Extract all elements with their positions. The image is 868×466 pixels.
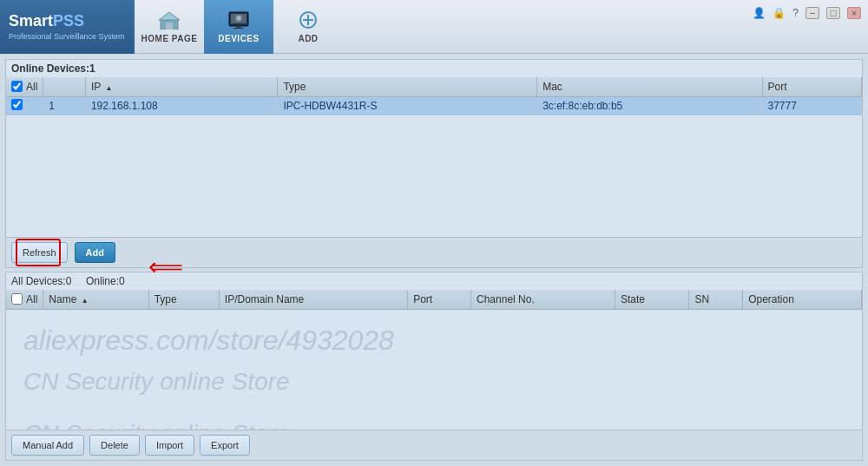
home-icon — [157, 10, 181, 30]
devices-label: DEVICES — [218, 34, 259, 43]
table-row[interactable]: 1 192.168.1.108 IPC-HDBW4431R-S 3c:ef:8c… — [6, 96, 862, 115]
name-sort-arrow: ▲ — [82, 297, 89, 305]
online-devices-table: All IP ▲ Type Mac Port — [6, 77, 862, 115]
refresh-button[interactable]: Refresh — [11, 242, 68, 263]
titlebar: SmartPSS Professional Surveillance Syste… — [0, 0, 868, 54]
all-col-type: Type — [148, 290, 219, 309]
user-icon: 👤 — [753, 7, 766, 19]
manual-add-button[interactable]: Manual Add — [11, 435, 84, 456]
col-index — [43, 77, 86, 96]
col-all-label: All — [26, 81, 37, 93]
watermark-3: CN Security online Store — [23, 420, 290, 430]
nav-home[interactable]: HOME PAGE — [135, 0, 204, 54]
all-devices-header: All Devices:0 Online:0 — [6, 272, 862, 290]
app-logo: SmartPSS Professional Surveillance Syste… — [0, 0, 135, 54]
all-devices-table-area: All Name ▲ Type IP/Domain Name Port Chan… — [6, 290, 862, 430]
help-icon[interactable]: ? — [792, 7, 799, 19]
nav-add[interactable]: ADD — [273, 0, 343, 54]
row-type: IPC-HDBW4431R-S — [278, 96, 537, 115]
select-all-devices-checkbox[interactable] — [11, 293, 23, 305]
all-col-all-label: All — [26, 293, 37, 305]
logo-subtitle: Professional Surveillance System — [9, 32, 135, 41]
col-port: Port — [762, 77, 862, 96]
col-all-checkbox[interactable]: All — [6, 77, 43, 96]
export-button[interactable]: Export — [200, 435, 250, 456]
row-mac: 3c:ef:8c:eb:db:b5 — [537, 96, 762, 115]
all-col-state: State — [615, 290, 688, 309]
row-checkbox[interactable] — [11, 99, 23, 110]
row-ip: 192.168.1.108 — [85, 96, 278, 115]
logo-text: SmartPSS — [9, 12, 135, 30]
add-icon — [296, 10, 320, 30]
all-col-port: Port — [408, 290, 471, 309]
all-col-checkbox[interactable]: All — [6, 290, 43, 309]
all-col-name[interactable]: Name ▲ — [43, 290, 148, 309]
col-ip[interactable]: IP ▲ — [85, 77, 278, 96]
row-index: 1 — [43, 96, 86, 115]
add-label: ADD — [298, 34, 318, 43]
all-actions-bar: Manual Add Delete Import Export — [6, 430, 862, 460]
online-empty-area — [6, 115, 862, 237]
svg-rect-5 — [236, 26, 241, 28]
select-all-online-checkbox[interactable] — [11, 81, 23, 92]
row-checkbox-cell[interactable] — [6, 96, 43, 115]
maximize-button[interactable]: □ — [826, 7, 840, 19]
all-devices-count: All Devices:0 — [11, 275, 71, 287]
all-col-sn: SN — [689, 290, 743, 309]
all-col-operation: Operation — [743, 290, 862, 309]
all-devices-section: All Devices:0 Online:0 All Name ▲ — [5, 272, 863, 461]
online-devices-header: Online Devices:1 — [6, 60, 862, 77]
online-devices-tbody: 1 192.168.1.108 IPC-HDBW4431R-S 3c:ef:8c… — [6, 96, 862, 115]
lock-icon: 🔒 — [773, 7, 786, 19]
main-content: Online Devices:1 All IP ▲ Type — [0, 54, 868, 466]
logo-pss: PSS — [53, 12, 84, 30]
all-col-ip: IP/Domain Name — [219, 290, 407, 309]
online-devices-table-container: All IP ▲ Type Mac Port — [6, 77, 862, 115]
online-table-header: All IP ▲ Type Mac Port — [6, 77, 862, 96]
import-button[interactable]: Import — [145, 435, 194, 456]
watermark-1: aliexpress.com/store/4932028 — [23, 325, 394, 357]
watermark-2: CN Security online Store — [23, 368, 290, 396]
add-button[interactable]: Add — [75, 242, 115, 263]
online-actions-bar: Refresh Add ⟸ — [6, 237, 862, 267]
col-mac: Mac — [537, 77, 762, 96]
add-button-container: Add ⟸ — [75, 242, 115, 263]
home-label: HOME PAGE — [141, 34, 198, 43]
titlebar-controls: 👤 🔒 ? − □ × — [753, 7, 861, 19]
all-table-header: All Name ▲ Type IP/Domain Name Port Chan… — [6, 290, 862, 309]
svg-marker-1 — [159, 12, 180, 20]
all-online-count: Online:0 — [86, 275, 125, 287]
svg-rect-6 — [233, 28, 244, 29]
online-devices-section: Online Devices:1 All IP ▲ Type — [5, 59, 863, 268]
svg-point-8 — [237, 16, 240, 20]
col-type: Type — [278, 77, 537, 96]
delete-button[interactable]: Delete — [89, 435, 140, 456]
row-port: 37777 — [762, 96, 862, 115]
devices-icon — [227, 10, 251, 30]
svg-rect-2 — [166, 23, 173, 30]
all-col-channel: Channel No. — [471, 290, 615, 309]
nav-devices[interactable]: DEVICES — [204, 0, 273, 54]
all-devices-table: All Name ▲ Type IP/Domain Name Port Chan… — [6, 290, 862, 310]
close-button[interactable]: × — [847, 7, 861, 19]
ip-sort-arrow: ▲ — [105, 84, 112, 92]
minimize-button[interactable]: − — [806, 7, 819, 19]
